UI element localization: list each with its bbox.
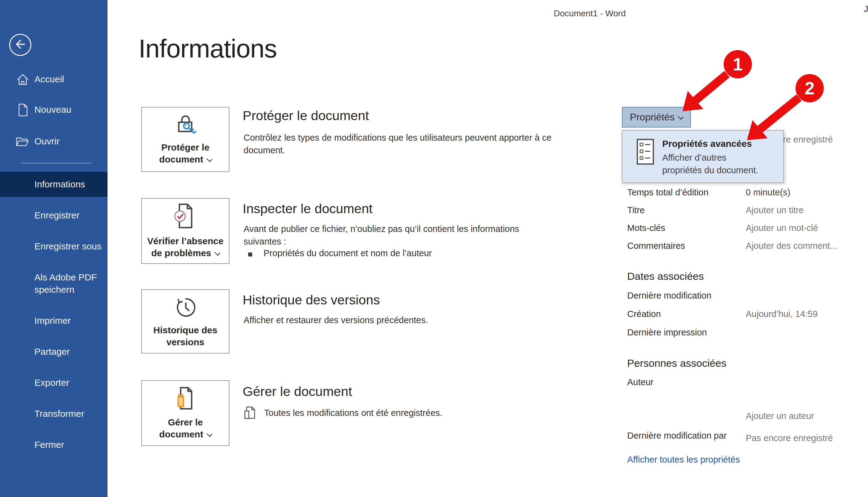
lock-key-icon: [173, 114, 198, 137]
advanced-properties-menu-item[interactable]: Propriétés avancées Afficher d’autres pr…: [622, 130, 784, 183]
sidebar-item-informations[interactable]: Informations: [0, 172, 108, 197]
manage-document-button[interactable]: Gérer le document: [141, 380, 229, 446]
prop-value-add-author[interactable]: Ajouter un auteur: [746, 411, 814, 421]
sidebar-item-exporter[interactable]: Exporter: [34, 377, 69, 388]
new-document-icon: [17, 103, 29, 118]
chevron-down-icon: [207, 431, 212, 437]
advanced-properties-desc: Afficher d’autres propriétés du document…: [662, 152, 758, 176]
desc-line: Afficher et restaurer des versions précé…: [244, 315, 428, 325]
annotation-overlay: 1 2: [0, 0, 868, 497]
prop-label-author: Auteur: [627, 377, 653, 387]
page-title: Informations: [139, 34, 277, 63]
prop-label-tags: Mots-clés: [627, 223, 665, 233]
desc-line: Contrôlez les types de modifications que…: [244, 133, 552, 143]
section-heading-inspect: Inspecter le document: [243, 201, 373, 216]
version-history-button[interactable]: Historique des versions: [141, 289, 229, 354]
prop-value-add-comments[interactable]: Ajouter des comment...: [746, 241, 837, 251]
check-for-issues-button[interactable]: Vérifier l’absence de problèmes: [141, 198, 229, 264]
desc-line: document.: [244, 145, 285, 155]
manage-status-text: Toutes les modifications ont été enregis…: [264, 408, 442, 418]
home-icon: [16, 73, 29, 87]
button-label: Vérifier l’absence de problèmes: [147, 236, 223, 258]
sidebar-item-accueil[interactable]: Accueil: [34, 74, 64, 85]
sidebar-item-adobe-pdf[interactable]: Als Adobe PDF speichern: [34, 271, 100, 296]
button-label: Historique des versions: [153, 325, 217, 347]
sidebar-item-fermer[interactable]: Fermer: [34, 439, 64, 450]
annotation-arrow-1: [682, 74, 727, 111]
advanced-properties-title: Propriétés avancées: [662, 139, 758, 149]
section-heading-history: Historique des versions: [243, 293, 380, 308]
desc-line: Avant de publier ce fichier, n’oubliez p…: [244, 224, 519, 234]
saved-document-icon: [244, 406, 256, 422]
backstage-sidebar: Accueil Nouveau Ouvrir Informations Enre…: [0, 0, 108, 497]
bullet-square: [248, 253, 252, 256]
section-heading-protect: Protéger le document: [243, 108, 369, 123]
section-heading-manage: Gérer le document: [243, 384, 352, 399]
section-desc-protect: Contrôlez les types de modifications que…: [244, 131, 552, 157]
button-label: Gérer le document: [159, 417, 203, 439]
chevron-down-icon: [678, 114, 684, 120]
sidebar-item-enregistrer[interactable]: Enregistrer: [34, 210, 80, 221]
prop-label-edit-time: Temps total d’édition: [627, 187, 708, 198]
prop-label-last-printed: Dernière impression: [627, 327, 707, 338]
back-button[interactable]: [9, 34, 31, 56]
svg-text:2: 2: [805, 78, 814, 98]
inspect-document-icon: [174, 203, 197, 231]
prop-value-last-modified-by: Pas encore enregistré: [746, 433, 833, 443]
word-backstage-informations: { "titlebar": { "document_title": "Docum…: [0, 0, 868, 497]
properties-button-label: Propriétés: [630, 112, 675, 123]
chevron-down-icon: [207, 156, 212, 162]
prop-value-created: Aujourd’hui, 14:59: [746, 309, 817, 319]
desc-line: propriétés du document.: [662, 165, 758, 175]
prop-label-created: Création: [627, 309, 661, 319]
annotation-badge-1: 1: [724, 50, 752, 78]
open-folder-icon: [15, 137, 29, 149]
section-desc-inspect: Avant de publier ce fichier, n’oubliez p…: [244, 223, 519, 248]
section-desc-history: Afficher et restaurer des versions précé…: [244, 314, 428, 327]
chevron-down-icon: [214, 250, 220, 256]
sidebar-divider: [21, 163, 91, 164]
prop-value-edit-time: 0 minute(s): [746, 187, 790, 198]
sidebar-item-label: Informations: [34, 172, 108, 197]
sidebar-item-nouveau[interactable]: Nouveau: [34, 104, 71, 115]
properties-dropdown-button[interactable]: Propriétés: [622, 107, 691, 127]
prop-label-comments: Commentaires: [627, 241, 685, 251]
prop-value-add-title[interactable]: Ajouter un titre: [746, 205, 804, 215]
inspect-bullet-item: Propriétés du document et nom de l’auteu…: [264, 248, 432, 258]
dates-section-header: Dates associées: [627, 270, 704, 282]
annotation-badge-2: 2: [796, 74, 824, 102]
back-arrow-icon: [12, 36, 28, 54]
button-label: Protéger le document: [159, 142, 210, 164]
sidebar-item-imprimer[interactable]: Imprimer: [34, 315, 71, 326]
show-all-properties-link[interactable]: Afficher toutes les propriétés: [627, 455, 740, 465]
desc-line: suivantes :: [244, 237, 286, 246]
prop-label-last-modified: Dernière modification: [627, 290, 711, 301]
prop-value-add-tag[interactable]: Ajouter un mot-clé: [746, 223, 818, 233]
manage-document-icon: [174, 386, 197, 412]
people-section-header: Personnes associées: [627, 357, 726, 369]
advanced-properties-icon: [637, 139, 654, 166]
desc-line: Afficher d’autres: [662, 153, 726, 162]
sidebar-item-transformer[interactable]: Transformer: [34, 408, 84, 419]
prop-label-title: Titre: [627, 205, 645, 215]
advanced-properties-text: Propriétés avancées Afficher d’autres pr…: [662, 139, 758, 176]
sidebar-item-enregistrer-sous[interactable]: Enregistrer sous: [34, 241, 101, 252]
prop-label-last-modified-by: Dernière modification par: [627, 431, 727, 441]
svg-text:1: 1: [733, 54, 743, 74]
sidebar-item-ouvrir[interactable]: Ouvrir: [34, 136, 60, 147]
window-title: Document1 - Word: [522, 9, 657, 18]
sidebar-item-partager[interactable]: Partager: [34, 346, 70, 357]
protect-document-button[interactable]: Protéger le document: [141, 107, 229, 172]
version-history-icon: [174, 295, 197, 320]
account-initial: J: [864, 4, 868, 14]
